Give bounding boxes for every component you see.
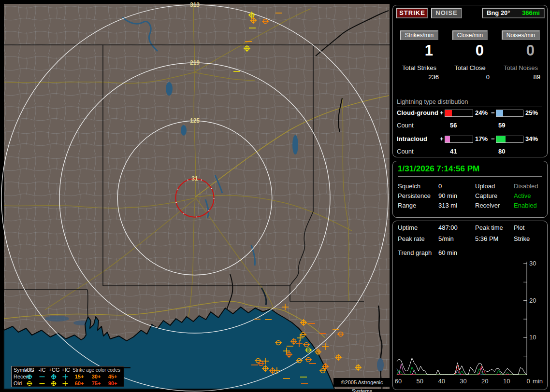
age-code-60: 60+ [72, 380, 86, 386]
peak-time-label: Peak time [475, 224, 503, 231]
map-panel[interactable]: 12521931331 Symbols -CG -IC +CG +IC Stri… [4, 4, 390, 389]
status-box: 1/31/2026 7:14:56 PM Squelch 0 Persisten… [392, 161, 548, 218]
trend-y-axis [523, 262, 527, 375]
trend-series-+cg [397, 365, 527, 375]
capture-label: Capture [475, 192, 497, 199]
trend-x-tick-label: 60 [395, 378, 402, 385]
squelch-value: 0 [438, 182, 442, 190]
intracloud-row: Intracloud + 17% − 34% [393, 135, 547, 144]
trend-y-tick-label: 20 [529, 297, 536, 304]
legend-col-ic-neg: -IC [36, 367, 48, 373]
strike-button[interactable]: STRIKE [396, 8, 428, 18]
age-code-45: 45+ [106, 374, 119, 379]
session-box: Uptime 487:00 Peak time Plot Peak rate 5… [392, 221, 548, 390]
cg-neg-bar [496, 110, 523, 117]
total-close-value: 0 [447, 73, 493, 81]
cg-neg-pct: 25% [525, 109, 538, 116]
trend-graph-value: 60 min [438, 249, 457, 256]
plus-sign: + [440, 135, 444, 142]
legend-ic_pos-icon [61, 374, 70, 380]
uptime-value: 487:00 [438, 224, 458, 231]
trend-x-tick-label: 0 [526, 378, 530, 385]
ic-pos-bar [445, 136, 473, 143]
plus-sign: + [440, 109, 444, 116]
cg-neg-strike-icon [27, 375, 32, 379]
peak-rate-label: Peak rate [398, 235, 425, 242]
legend-ic_neg-icon [38, 380, 46, 387]
ic-neg-count: 80 [498, 148, 505, 155]
upload-label: Upload [475, 182, 495, 190]
legend-col-cg-neg: -CG [24, 367, 35, 373]
ic-neg-bar [496, 136, 523, 143]
legend-col-ic-pos: +IC [59, 367, 72, 373]
range-ring-label: 313 [190, 1, 200, 8]
cloud-ground-row: Cloud-ground + 24% − 25% [393, 109, 547, 118]
legend-cg_neg-icon [25, 374, 34, 380]
age-code-75: 75+ [89, 380, 103, 386]
rate-columns: Strikes/min 1 Total Strikes 236 Close/mi… [396, 30, 544, 81]
cloud-ground-count-row: Count 56 59 [393, 122, 547, 130]
receiver-value: Enabled [514, 202, 537, 209]
range-value: 313 mi [438, 202, 457, 209]
map-canvas: 12521931331 [4, 4, 390, 389]
trend-y-tick-label: 30 [529, 260, 536, 267]
count-label: Count [397, 122, 414, 129]
ic-pos-strike-icon [63, 374, 68, 379]
peak-time-value: 5:36 PM [475, 235, 498, 242]
legend-cg_pos-icon [49, 380, 58, 387]
app-window: { "header": { "strike_button": "STRIKE",… [0, 0, 550, 392]
cg-neg-count: 59 [498, 122, 505, 129]
minus-sign: − [491, 109, 495, 116]
cloud-ground-label: Cloud-ground [397, 109, 438, 116]
persistence-value: 90 min [438, 192, 457, 199]
total-noises-value: 89 [497, 73, 544, 81]
cg-pos-strike-icon [51, 374, 57, 379]
squelch-label: Squelch [398, 182, 420, 190]
trend-x-unit-label: min [533, 378, 543, 385]
noises-column: Noises/min 0 Total Noises 89 [497, 30, 544, 81]
ic-pos-pct: 17% [475, 135, 488, 142]
legend-ic_pos-icon [61, 380, 70, 387]
minus-sign: − [491, 135, 495, 142]
datetime-display: 1/31/2026 7:14:56 PM [398, 164, 542, 177]
age-code-15: 15+ [72, 374, 86, 379]
plot-label: Plot [514, 224, 524, 231]
receiver-label: Receiver [475, 202, 500, 209]
cg-pos-bar [445, 110, 473, 117]
capture-value: Active [514, 192, 531, 199]
trend-x-tick-label: 40 [438, 378, 445, 385]
bearing-display: Bng 20° 366mi [482, 8, 545, 18]
range-ring-label: 125 [190, 117, 200, 124]
trend-x-tick-label: 20 [481, 378, 488, 385]
uptime-label: Uptime [398, 224, 418, 231]
strikes-per-min-button[interactable]: Strikes/min [400, 30, 438, 40]
legend-col-cg-pos: +CG [48, 367, 60, 373]
ic-pos-strike-icon [63, 381, 68, 386]
intracloud-label: Intracloud [397, 135, 427, 142]
trend-x-tick-label: 10 [503, 378, 510, 385]
persistence-label: Persistence [398, 192, 431, 199]
peak-rate-value: 5/min [438, 235, 454, 242]
trend-x-tick-label: 50 [417, 378, 423, 385]
trend-series--cg [397, 369, 527, 375]
age-code-90: 90+ [106, 380, 119, 386]
noise-button[interactable]: NOISE [431, 8, 462, 18]
map-legend: Symbols -CG -IC +CG +IC Strike age color… [11, 366, 124, 387]
close-per-min-value: 0 [447, 42, 493, 59]
stats-box: STRIKE NOISE Bng 20° 366mi Strikes/min 1… [392, 5, 548, 157]
noises-per-min-button[interactable]: Noises/min [502, 30, 540, 40]
total-strikes-value: 236 [396, 73, 443, 81]
distribution-title: Lightning type distribution [397, 98, 542, 107]
legend-cg_neg-icon [25, 380, 34, 387]
total-noises-label: Total Noises [497, 64, 544, 71]
legend-ic_neg-icon [38, 374, 46, 380]
strikes-per-min-value: 1 [396, 42, 443, 59]
ic-pos-count: 41 [450, 148, 457, 155]
range-ring-label: 31 [191, 175, 198, 182]
total-strikes-label: Total Strikes [396, 64, 443, 71]
close-column: Close/min 0 Total Close 0 [447, 30, 493, 81]
strikes-column: Strikes/min 1 Total Strikes 236 [396, 30, 443, 81]
legend-age-header: Strike age color codes [72, 367, 123, 373]
close-per-min-button[interactable]: Close/min [452, 30, 488, 40]
count-label: Count [397, 148, 414, 155]
